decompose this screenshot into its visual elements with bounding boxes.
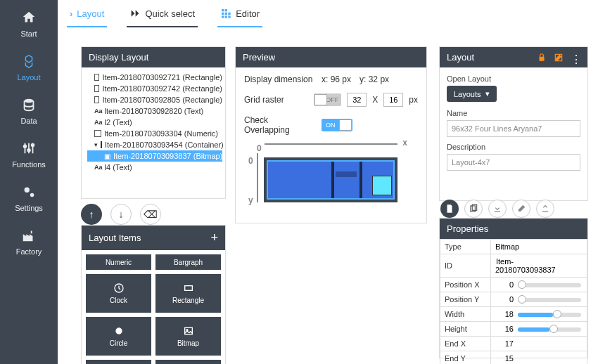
svg-point-2 bbox=[27, 149, 30, 152]
tree-item-label: Item-20180703093837 (Bitmap) bbox=[113, 152, 222, 160]
properties-table: TypeBitmapIDItem-20180703093837Position … bbox=[440, 239, 587, 364]
tree-item-label: Item-20180703093304 (Numeric) bbox=[104, 129, 218, 138]
prop-value[interactable]: 15 bbox=[491, 351, 587, 365]
svg-rect-6 bbox=[222, 9, 224, 11]
sliders-icon bbox=[21, 141, 37, 156]
prop-key: End X bbox=[440, 337, 491, 351]
prop-value[interactable]: 17 bbox=[491, 337, 587, 351]
sidebar-item-data[interactable]: Data bbox=[0, 87, 58, 131]
overlap-toggle[interactable]: ON bbox=[322, 119, 352, 131]
tree-item[interactable]: Item-20180703092805 (Rectangle) bbox=[87, 94, 222, 105]
svg-rect-10 bbox=[229, 13, 231, 15]
prop-value[interactable]: Bitmap bbox=[491, 240, 587, 254]
prop-key: Width bbox=[440, 307, 491, 322]
item-clock[interactable]: Clock bbox=[86, 274, 151, 313]
sidebar-item-settings[interactable]: Settings bbox=[0, 174, 58, 218]
tree-item[interactable]: Item-20180703092742 (Rectangle) bbox=[87, 83, 222, 94]
download-icon bbox=[492, 204, 502, 214]
item-circle[interactable]: Circle bbox=[86, 317, 151, 356]
copy-icon bbox=[469, 204, 478, 214]
tab-editor[interactable]: Editor bbox=[217, 1, 262, 27]
sidebar-label: Layout bbox=[17, 73, 40, 82]
menu-icon[interactable]: ⋮ bbox=[571, 53, 580, 63]
chevron-down-icon: ▾ bbox=[485, 89, 490, 98]
prop-key: Position X bbox=[440, 278, 491, 292]
sidebar-label: Factory bbox=[16, 247, 42, 256]
sidebar-item-start[interactable]: Start bbox=[0, 0, 58, 44]
home-icon bbox=[21, 10, 37, 25]
text-icon: Aa bbox=[94, 119, 101, 126]
prop-row: Position Y0 bbox=[440, 292, 587, 307]
item-rectangle[interactable]: Rectangle bbox=[155, 274, 221, 313]
upload-button[interactable] bbox=[536, 200, 554, 218]
text-icon: Aa bbox=[94, 164, 101, 171]
prop-value[interactable]: 16 bbox=[491, 322, 587, 337]
prop-value[interactable]: 0 bbox=[491, 278, 587, 292]
panel-title: Properties bbox=[447, 223, 488, 234]
tab-layout[interactable]: › Layout bbox=[67, 1, 107, 27]
svg-rect-8 bbox=[222, 13, 224, 15]
sidebar: Start Layout Data Functions Settings Fac… bbox=[0, 0, 58, 364]
prop-key: ID bbox=[440, 254, 491, 278]
tab-label: Layout bbox=[77, 8, 104, 19]
new-button[interactable] bbox=[440, 200, 459, 218]
sidebar-item-layout[interactable]: Layout bbox=[0, 44, 58, 87]
delete-button[interactable] bbox=[512, 200, 530, 218]
item-bitmap[interactable]: Bitmap bbox=[155, 317, 221, 356]
tree-item[interactable]: Item-20180703093304 (Numeric) bbox=[87, 128, 222, 139]
image-icon bbox=[183, 325, 194, 337]
sidebar-item-factory[interactable]: Factory bbox=[0, 218, 58, 261]
grid-toggle[interactable]: OFF bbox=[314, 93, 341, 106]
slider[interactable] bbox=[518, 283, 581, 287]
item-bargraph[interactable]: Bargraph bbox=[155, 254, 221, 270]
sidebar-item-functions[interactable]: Functions bbox=[0, 131, 58, 174]
prop-value[interactable]: 0 bbox=[491, 292, 587, 307]
preview-canvas[interactable] bbox=[264, 157, 397, 202]
add-icon[interactable]: + bbox=[210, 230, 218, 245]
tree-item[interactable]: ▾Item-20180703093454 (Container) bbox=[87, 139, 222, 150]
item-label: Bargraph bbox=[174, 259, 203, 266]
tree-item[interactable]: AaI4 (Text) bbox=[87, 162, 222, 173]
grid-width-input[interactable] bbox=[347, 93, 367, 107]
layouts-dropdown[interactable]: Layouts▾ bbox=[447, 86, 497, 102]
tree-item[interactable]: AaItem-20180703092820 (Text) bbox=[87, 105, 222, 117]
tree-item[interactable]: AaI2 (Text) bbox=[87, 117, 222, 128]
tree-item[interactable]: Item-20180703092721 (Rectangle) bbox=[87, 72, 222, 83]
move-up-button[interactable]: ↑ bbox=[81, 204, 102, 225]
download-button[interactable] bbox=[488, 200, 507, 218]
panel-header: Layout ⋮ bbox=[440, 47, 587, 67]
tree-item[interactable]: ▣Item-20180703093837 (Bitmap) bbox=[87, 150, 222, 162]
layout-tree[interactable]: Item-20180703092721 (Rectangle)Item-2018… bbox=[82, 67, 225, 177]
rect-icon bbox=[94, 96, 99, 103]
prop-value[interactable]: 18 bbox=[491, 307, 587, 322]
sidebar-label: Data bbox=[20, 117, 37, 125]
copy-button[interactable] bbox=[464, 200, 483, 218]
item-label: Rectangle bbox=[172, 297, 204, 304]
slider[interactable] bbox=[518, 313, 581, 317]
erase-button[interactable]: ⌫ bbox=[140, 204, 161, 225]
svg-rect-17 bbox=[184, 327, 192, 334]
preview-panel: Preview Display dimension x: 96 pxy: 32 … bbox=[235, 46, 427, 223]
prop-row: Height16 bbox=[440, 322, 587, 337]
slider[interactable] bbox=[518, 327, 581, 332]
database-icon bbox=[21, 97, 37, 112]
grid-height-input[interactable] bbox=[383, 93, 403, 107]
svg-rect-11 bbox=[222, 15, 224, 18]
grid-label: Grid raster bbox=[244, 95, 308, 105]
tab-label: Quick select bbox=[145, 8, 195, 19]
item-extra2[interactable] bbox=[155, 360, 221, 364]
tab-quickselect[interactable]: Quick select bbox=[127, 1, 198, 27]
lock-icon[interactable] bbox=[537, 53, 547, 63]
move-down-button[interactable]: ↓ bbox=[110, 204, 132, 225]
edit-icon[interactable] bbox=[554, 53, 564, 63]
tree-item-label: Item-20180703093454 (Container) bbox=[105, 141, 224, 149]
name-input[interactable] bbox=[447, 120, 580, 137]
slider[interactable] bbox=[518, 298, 581, 302]
svg-rect-13 bbox=[229, 15, 231, 18]
desc-input[interactable] bbox=[447, 154, 580, 171]
prop-key: End Y bbox=[440, 351, 491, 365]
prop-value[interactable]: Item-20180703093837 bbox=[491, 254, 587, 278]
item-numeric[interactable]: Numeric bbox=[86, 254, 151, 270]
item-extra1[interactable] bbox=[86, 360, 151, 364]
prop-key: Height bbox=[440, 322, 491, 337]
